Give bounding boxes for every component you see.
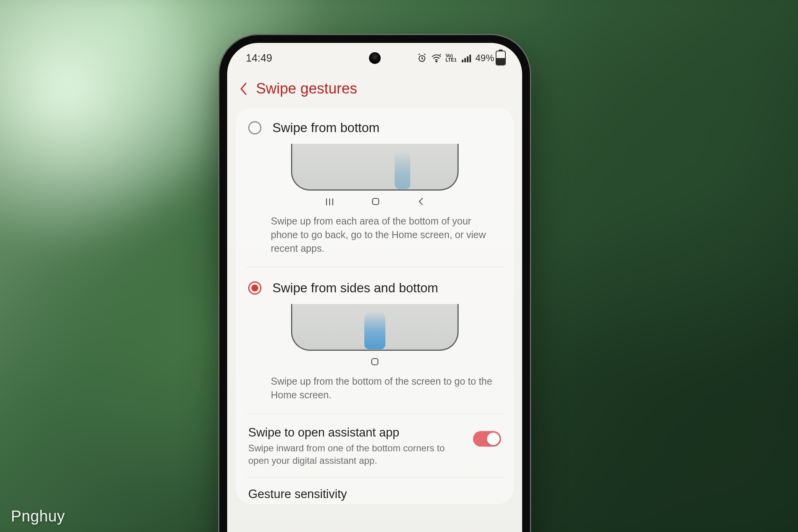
svg-rect-5: [470, 55, 471, 62]
row-title: Swipe to open assistant app: [248, 426, 465, 440]
svg-rect-3: [464, 58, 466, 62]
option-description: Swipe up from each area of the bottom of…: [271, 214, 499, 255]
volte-icon: Vo)LTE1: [446, 54, 457, 62]
watermark-text: Pnghuy: [11, 507, 65, 525]
page-title: Swipe gestures: [256, 80, 357, 97]
row-title: Gesture sensitivity: [248, 487, 347, 501]
status-time: 14:49: [246, 52, 272, 64]
alarm-icon: [417, 53, 427, 63]
page-header: Swipe gestures: [227, 73, 522, 108]
svg-rect-4: [467, 57, 468, 62]
nav-icons-row: [246, 197, 503, 209]
toggle-switch-on[interactable]: [473, 431, 501, 447]
option-label: Swipe from sides and bottom: [272, 281, 438, 295]
option-label: Swipe from bottom: [272, 120, 380, 135]
row-gesture-sensitivity[interactable]: Gesture sensitivity: [246, 477, 503, 501]
phone-screen: 14:49: [227, 43, 522, 532]
settings-content: Swipe gestures Swipe from bottom: [227, 73, 522, 532]
svg-point-1: [436, 61, 437, 62]
gesture-demo-sides: [291, 304, 459, 351]
svg-rect-7: [372, 359, 378, 365]
recents-icon: [325, 197, 334, 209]
home-icon: [370, 357, 380, 369]
status-icons: Vo)LTE1 49%: [417, 51, 506, 65]
swipe-hint-icon: [395, 151, 410, 189]
home-icon: [371, 197, 380, 209]
battery-icon: [496, 51, 506, 65]
wifi-icon: [431, 54, 442, 62]
option-swipe-sides-bottom[interactable]: Swipe from sides and bottom Swipe up fro…: [246, 267, 503, 414]
battery-percent: 49%: [475, 53, 494, 64]
signal-icon: [461, 54, 471, 62]
radio-checked-icon[interactable]: [248, 281, 261, 295]
camera-punch-hole: [369, 52, 381, 64]
option-description: Swipe up from the bottom of the screen t…: [271, 375, 499, 402]
back-icon[interactable]: [239, 82, 248, 96]
swipe-hint-icon: [364, 311, 385, 349]
back-nav-icon: [417, 197, 425, 209]
phone-body: 14:49: [219, 35, 530, 532]
row-subtitle: Swipe inward from one of the bottom corn…: [248, 442, 451, 467]
radio-unchecked-icon[interactable]: [248, 121, 261, 134]
row-assistant-app[interactable]: Swipe to open assistant app Swipe inward…: [246, 414, 503, 477]
option-swipe-from-bottom[interactable]: Swipe from bottom: [246, 118, 503, 267]
svg-rect-6: [373, 198, 379, 205]
nav-icons-row: [246, 357, 503, 369]
svg-rect-2: [462, 60, 463, 62]
gesture-demo-bottom: [291, 144, 459, 191]
settings-card: Swipe from bottom: [236, 108, 514, 504]
